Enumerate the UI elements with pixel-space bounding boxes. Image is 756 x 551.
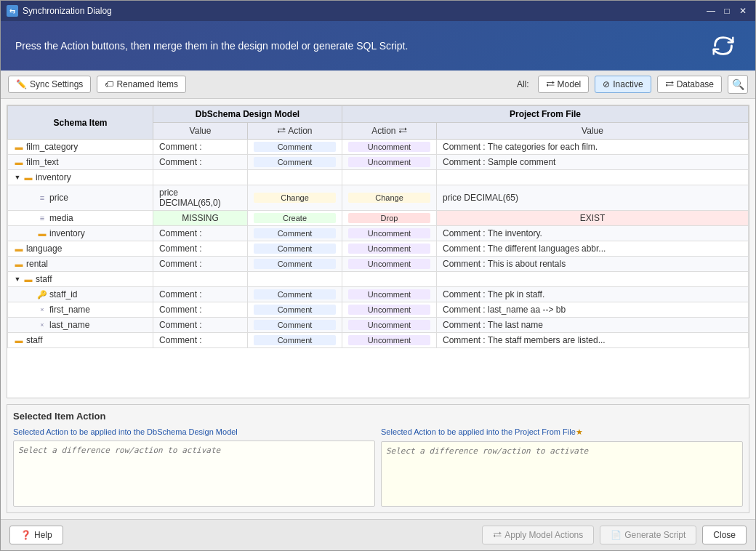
item-name: staff <box>26 335 42 345</box>
value-file-cell: Comment : The last name <box>437 318 749 333</box>
maximize-button[interactable]: □ <box>720 4 733 17</box>
table-icon: ▬ <box>14 259 24 269</box>
sync-settings-label: Sync Settings <box>30 79 83 89</box>
left-action-input[interactable] <box>13 441 375 507</box>
action-model-button[interactable]: Comment <box>254 335 336 345</box>
table-row[interactable]: ▬film_categoryComment :CommentUncommentC… <box>8 140 749 155</box>
renamed-items-button[interactable]: 🏷 Renamed Items <box>97 76 186 93</box>
action-model-button[interactable]: Change <box>254 193 336 203</box>
action-file-button[interactable]: Drop <box>348 213 430 223</box>
action-file-button[interactable]: Uncomment <box>348 305 430 315</box>
action-file-cell: Uncomment <box>342 257 437 272</box>
generate-label: Generate Script <box>624 530 685 540</box>
close-button-footer[interactable]: Close <box>702 526 747 544</box>
action-model-cell: Comment <box>248 140 342 155</box>
expand-icon[interactable]: ▼ <box>14 174 21 181</box>
table-row[interactable]: ▼▬staff <box>8 272 749 287</box>
action-model-button[interactable]: Comment <box>254 157 336 167</box>
item-name: rental <box>26 259 48 269</box>
value-model-cell: MISSING <box>153 211 248 226</box>
action-file-button[interactable]: Uncomment <box>348 335 430 345</box>
table-row[interactable]: ×first_nameComment :CommentUncommentComm… <box>8 302 749 318</box>
left-label-link: DbSchema Design Model <box>147 427 238 436</box>
inactive-filter-button[interactable]: ⊘ Inactive <box>595 76 651 93</box>
action-model-button[interactable]: Create <box>254 213 336 223</box>
help-button[interactable]: ❓ Help <box>9 526 63 544</box>
action-file-cell: Uncomment <box>342 287 437 302</box>
action-model-cell: Comment <box>248 155 342 170</box>
action-model-cell: Change <box>248 185 342 211</box>
inactive-icon: ⊘ <box>603 79 610 89</box>
selected-item-title: Selected Item Action <box>13 411 743 422</box>
table-row[interactable]: ≡priceprice DECIMAL(65,0)ChangeChangepri… <box>8 185 749 211</box>
action-model-cell: Comment <box>248 333 342 348</box>
action-model-button[interactable]: Comment <box>254 289 336 299</box>
action-file-button[interactable]: Uncomment <box>348 320 430 330</box>
close-button[interactable]: ✕ <box>736 4 749 17</box>
left-action-panel: Selected Action to be applied into the D… <box>13 427 375 507</box>
action-file-button[interactable]: Uncomment <box>348 142 430 152</box>
sync-settings-button[interactable]: ✏️ Sync Settings <box>8 76 91 93</box>
action-model-button[interactable]: Comment <box>254 320 336 330</box>
model-filter-button[interactable]: ⮂ Model <box>538 76 590 93</box>
tree-item: ×first_name <box>37 305 147 315</box>
action-file-button[interactable]: Uncomment <box>348 259 430 269</box>
sync-table: Schema Item DbSchema Design Model Projec… <box>7 105 749 398</box>
value-model-cell <box>153 170 248 185</box>
table-icon: ▬ <box>14 142 24 152</box>
action-file-button[interactable]: Change <box>348 193 430 203</box>
action-file-cell: Uncomment <box>342 318 437 333</box>
minimize-button[interactable]: ― <box>704 4 717 17</box>
database-filter-label: Database <box>677 79 714 89</box>
action-file-cell: Uncomment <box>342 140 437 155</box>
action-file-cell: Uncomment <box>342 302 437 318</box>
table-row[interactable]: ▼▬inventory <box>8 170 749 185</box>
search-button[interactable]: 🔍 <box>728 75 748 94</box>
close-label: Close <box>713 530 736 540</box>
help-icon: ❓ <box>20 530 31 540</box>
tree-item: ▬inventory <box>37 228 147 238</box>
table-row[interactable]: ×last_nameComment :CommentUncommentComme… <box>8 318 749 333</box>
value-model-cell: price DECIMAL(65,0) <box>153 185 248 211</box>
action-model-button[interactable]: Comment <box>254 244 336 254</box>
table-row[interactable]: ▬rentalComment :CommentUncommentComment … <box>8 257 749 272</box>
action-model-button[interactable]: Comment <box>254 259 336 269</box>
project-group-header: Project From File <box>342 106 749 123</box>
action-file-button[interactable]: Uncomment <box>348 289 430 299</box>
table-icon: ▬ <box>23 172 33 182</box>
right-action-panel: Selected Action to be applied into the P… <box>381 427 743 507</box>
model-filter-icon: ⮂ <box>546 79 555 89</box>
star-icon: ★ <box>576 427 583 436</box>
action-file-cell <box>342 170 437 185</box>
table-row[interactable]: ▬languageComment :CommentUncommentCommen… <box>8 241 749 257</box>
toolbar: ✏️ Sync Settings 🏷 Renamed Items All: ⮂ … <box>1 71 755 99</box>
header-banner: Press the Action buttons, then merge the… <box>1 21 755 71</box>
action-file-cell: Uncomment <box>342 226 437 241</box>
action-file-button[interactable]: Uncomment <box>348 228 430 238</box>
action-file-button[interactable]: Uncomment <box>348 157 430 167</box>
help-label: Help <box>34 530 52 540</box>
apply-model-actions-button[interactable]: ⮂ Apply Model Actions <box>482 526 594 544</box>
window-title: Synchronization Dialog <box>23 6 704 16</box>
table-row[interactable]: ≡mediaMISSINGCreateDropEXIST <box>8 211 749 226</box>
footer: ❓ Help ⮂ Apply Model Actions 📄 Generate … <box>1 519 755 550</box>
action-model-button[interactable]: Comment <box>254 305 336 315</box>
action-model-button[interactable]: Comment <box>254 142 336 152</box>
action-model-cell: Comment <box>248 241 342 257</box>
table-wrapper[interactable]: Schema Item DbSchema Design Model Projec… <box>7 105 749 398</box>
database-filter-button[interactable]: ⮂ Database <box>657 76 722 93</box>
tree-item: ▬film_text <box>14 157 147 167</box>
value-model-cell: Comment : <box>153 302 248 318</box>
generate-script-button[interactable]: 📄 Generate Script <box>600 526 696 544</box>
table-row[interactable]: ▬inventoryComment :CommentUncommentComme… <box>8 226 749 241</box>
value-file-cell: Comment : This is about rentals <box>437 257 749 272</box>
action-model-button[interactable]: Comment <box>254 228 336 238</box>
action-file-button[interactable]: Uncomment <box>348 244 430 254</box>
value-model-cell: Comment : <box>153 333 248 348</box>
right-panel-label: Selected Action to be applied into the P… <box>381 427 743 437</box>
right-action-input[interactable] <box>381 441 743 507</box>
table-row[interactable]: ▬film_textComment :CommentUncommentComme… <box>8 155 749 170</box>
table-row[interactable]: 🔑staff_idComment :CommentUncommentCommen… <box>8 287 749 302</box>
expand-icon[interactable]: ▼ <box>14 276 21 283</box>
table-row[interactable]: ▬staffComment :CommentUncommentComment :… <box>8 333 749 348</box>
